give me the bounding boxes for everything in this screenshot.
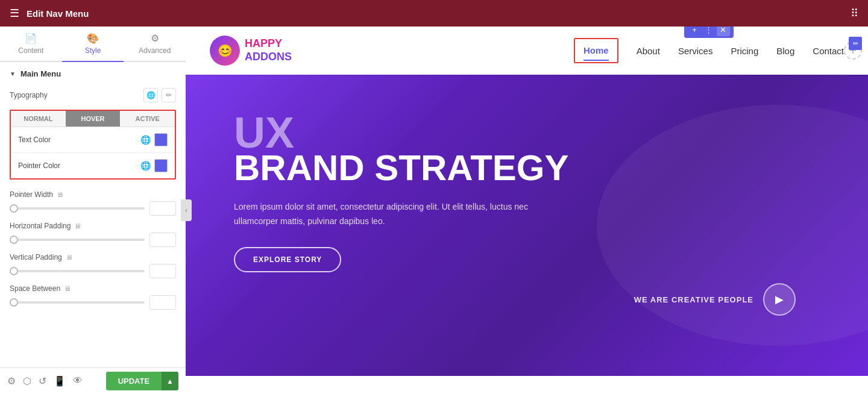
pointer-color-swatch[interactable] (154, 159, 168, 172)
v-padding-thumb[interactable] (10, 267, 18, 275)
hero-section: UX BRAND STRATEGY Lorem ipsum dolor sit … (186, 75, 868, 376)
text-color-swatch[interactable] (154, 133, 168, 146)
nav-link-contact[interactable]: Contact (813, 43, 844, 58)
settings-icon[interactable]: ⚙ (7, 375, 16, 387)
explore-story-button[interactable]: EXPLORE STORY (234, 247, 341, 272)
pointer-width-label-row: Pointer Width 🖥 (10, 190, 176, 199)
logo-line2: ADDONS (245, 51, 292, 63)
pointer-color-controls: 🌐 (140, 159, 168, 172)
content-tab-label: Content (18, 46, 43, 55)
left-panel: 📄 Content 🎨 Style ⚙ Advanced ▼ Main Menu (0, 27, 186, 367)
pointer-width-monitor-icon: 🖥 (57, 191, 63, 198)
typography-label: Typography (10, 91, 48, 99)
h-padding-input[interactable] (149, 233, 176, 247)
edit-element-icon[interactable]: ✏ (849, 37, 862, 50)
horizontal-padding-label: Horizontal Padding (10, 222, 71, 230)
v-padding-slider-wrapper (10, 264, 176, 278)
v-padding-monitor-icon: 🖥 (66, 254, 72, 261)
space-between-track (10, 301, 145, 304)
v-padding-input[interactable] (149, 264, 176, 278)
hero-body: Lorem ipsum dolor sit amet, consectetur … (234, 200, 547, 229)
element-toolbar: + ⋮ ✕ (684, 27, 734, 38)
section-title: Main Menu (20, 69, 61, 78)
pointer-width-thumb[interactable] (10, 204, 18, 213)
text-color-controls: 🌐 (140, 133, 168, 146)
nav-links-container: + ⋮ ✕ ✏ Home About Services Pricing (574, 38, 844, 63)
bottom-bar-icons: ⚙ ⬡ ↺ 📱 👁 (7, 375, 83, 387)
nav-active-item-wrapper: Home (574, 38, 618, 63)
space-between-input[interactable] (149, 295, 176, 310)
main-menu-section[interactable]: ▼ Main Menu (10, 69, 176, 78)
vertical-padding-label-row: Vertical Padding 🖥 (10, 253, 176, 261)
tab-style[interactable]: 🎨 Style (62, 27, 124, 62)
style-tab-label: Style (85, 46, 101, 55)
preview-icon[interactable]: 👁 (73, 375, 83, 387)
horizontal-padding-label-row: Horizontal Padding 🖥 (10, 222, 176, 230)
nav-link-about[interactable]: About (637, 43, 660, 58)
h-padding-slider-wrapper (10, 233, 176, 247)
nav-active-underline (583, 60, 609, 61)
panel-content: ▼ Main Menu Typography 🌐 ✏ NORMAL (0, 62, 186, 322)
space-between-label-row: Space Between 🖥 (10, 284, 176, 293)
space-between-slider-wrapper (10, 295, 176, 310)
text-color-globe-icon[interactable]: 🌐 (140, 135, 151, 145)
update-arrow-button[interactable]: ▲ (162, 372, 178, 390)
nav-logo: 😊 HAPPY ADDONS (210, 36, 292, 66)
nav-link-blog[interactable]: Blog (776, 43, 794, 58)
hamburger-icon[interactable]: ☰ (10, 7, 19, 20)
space-between-thumb[interactable] (10, 298, 18, 307)
panel-collapse-handle[interactable]: ‹ (181, 199, 192, 221)
typography-edit-icon[interactable]: ✏ (162, 88, 176, 102)
nav-link-home[interactable]: Home (583, 43, 609, 58)
style-tab-icon: 🎨 (87, 33, 99, 44)
nav-link-pricing[interactable]: Pricing (731, 43, 758, 58)
update-button[interactable]: UPDATE (106, 372, 162, 390)
state-tab-active[interactable]: ACTIVE (120, 111, 175, 127)
advanced-tab-label: Advanced (139, 46, 171, 55)
text-color-label: Text Color (18, 136, 51, 144)
grid-icon[interactable]: ⠿ (851, 7, 858, 20)
logo-line1: HAPPY (245, 37, 282, 49)
h-padding-thumb[interactable] (10, 236, 18, 244)
bottom-bar: ⚙ ⬡ ↺ 📱 👁 UPDATE ▲ (0, 367, 186, 394)
h-padding-monitor-icon: 🖥 (74, 222, 81, 230)
hero-play-label: WE ARE CREATIVE PEOPLE (634, 295, 753, 304)
space-between-monitor-icon: 🖥 (64, 285, 71, 292)
tab-advanced[interactable]: ⚙ Advanced (124, 27, 186, 61)
typography-globe-icon[interactable]: 🌐 (143, 88, 158, 102)
state-tabs-container: NORMAL HOVER ACTIVE Text Color 🌐 (10, 110, 176, 180)
pointer-color-globe-icon[interactable]: 🌐 (140, 161, 151, 170)
slider-section: Pointer Width 🖥 Horizontal Padding 🖥 (10, 180, 176, 314)
edit-nav-menu-title: Edit Nav Menu (27, 8, 89, 19)
update-btn-group: UPDATE ▲ (106, 372, 178, 390)
toolbar-close-icon[interactable]: ✕ (717, 27, 730, 36)
left-panel-wrapper: 📄 Content 🎨 Style ⚙ Advanced ▼ Main Menu (0, 27, 186, 394)
website-preview: 😊 HAPPY ADDONS + ⋮ ✕ ✏ (186, 27, 868, 394)
h-padding-track (10, 239, 145, 241)
space-between-label: Space Between (10, 284, 60, 293)
typography-row: Typography 🌐 ✏ (10, 88, 176, 102)
pointer-width-slider-wrapper (10, 201, 176, 216)
toolbar-drag-icon[interactable]: ⋮ (702, 27, 715, 36)
pointer-color-label: Pointer Color (18, 161, 60, 170)
hero-title: BRAND STRATEGY (234, 148, 820, 188)
state-tab-hover[interactable]: HOVER (66, 111, 121, 127)
hero-ux-text: UX (234, 111, 820, 154)
state-tab-normal[interactable]: NORMAL (11, 111, 66, 127)
toolbar-add-icon[interactable]: + (688, 27, 701, 36)
hero-play-area: WE ARE CREATIVE PEOPLE ▶ (634, 283, 796, 316)
v-padding-track (10, 270, 145, 272)
section-arrow-icon: ▼ (10, 70, 16, 77)
layers-icon[interactable]: ⬡ (23, 375, 31, 387)
logo-text: HAPPY ADDONS (245, 37, 292, 63)
tab-content[interactable]: 📄 Content (0, 27, 62, 61)
nav-link-services[interactable]: Services (678, 43, 713, 58)
pointer-width-input[interactable] (149, 201, 176, 216)
history-icon[interactable]: ↺ (39, 375, 46, 387)
top-bar: ☰ Edit Nav Menu ⠿ (0, 0, 868, 27)
text-color-row: Text Color 🌐 (11, 127, 175, 153)
panel-tabs: 📄 Content 🎨 Style ⚙ Advanced (0, 27, 186, 62)
pointer-width-label: Pointer Width (10, 190, 53, 199)
responsive-icon[interactable]: 📱 (54, 375, 66, 387)
play-button[interactable]: ▶ (763, 283, 796, 316)
